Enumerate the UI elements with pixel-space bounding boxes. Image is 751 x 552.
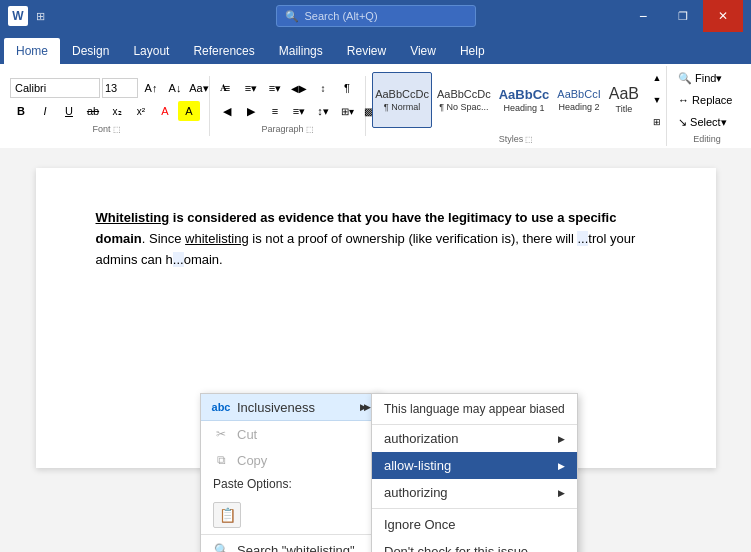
style-heading2-preview: AaBbCcI	[557, 89, 600, 100]
authorization-label: authorization	[384, 431, 458, 446]
tab-references[interactable]: References	[181, 38, 266, 64]
style-heading1-preview: AaBbCc	[499, 88, 550, 101]
close-button[interactable]: ✕	[703, 0, 743, 32]
style-normal[interactable]: AaBbCcDc ¶ Normal	[372, 72, 432, 128]
word-icon: W	[8, 6, 28, 26]
shading-button[interactable]: ⊞▾	[336, 101, 358, 121]
style-no-spacing[interactable]: AaBbCcDc ¶ No Spac...	[434, 72, 494, 128]
align-center[interactable]: ▶	[240, 101, 262, 121]
tab-help[interactable]: Help	[448, 38, 497, 64]
minimize-button[interactable]: −	[623, 0, 663, 32]
search-icon: 🔍	[213, 542, 229, 552]
style-title-label: Title	[616, 104, 633, 114]
font-expand-icon[interactable]: ⬚	[113, 125, 121, 134]
search-label: Search "whitelisting"	[237, 543, 355, 553]
sub-menu-sep1	[372, 508, 577, 509]
tab-design[interactable]: Design	[60, 38, 121, 64]
copy-label: Copy	[237, 453, 267, 468]
para-align-row: ◀ ▶ ≡ ≡▾ ↕▾ ⊞▾ ▩▾	[216, 101, 382, 121]
inclusiveness-icon: abc	[213, 399, 229, 415]
styles-row: AaBbCcDc ¶ Normal AaBbCcDc ¶ No Spac... …	[372, 68, 660, 132]
styles-group: AaBbCcDc ¶ Normal AaBbCcDc ¶ No Spac... …	[366, 66, 667, 146]
tab-layout[interactable]: Layout	[121, 38, 181, 64]
font-group-label: Font ⬚	[10, 122, 203, 134]
context-menu-search[interactable]: 🔍 Search "whitelisting"	[201, 537, 379, 552]
styles-scroll-down[interactable]: ▼	[646, 90, 668, 110]
font-name-row: A↑ A↓ Aa▾ 𝐀	[10, 78, 234, 98]
para-expand-icon[interactable]: ⬚	[306, 125, 314, 134]
numbering-button[interactable]: ≡▾	[240, 78, 262, 98]
search-placeholder: Search (Alt+Q)	[305, 10, 378, 22]
style-title-preview: AaB	[609, 86, 639, 102]
sep1	[201, 534, 379, 535]
styles-scroll-up[interactable]: ▲	[646, 68, 668, 88]
sub-menu-header: This language may appear biased	[372, 394, 577, 425]
title-bar: W ⊞ Document5 - Word 🔍 Search (Alt+Q) − …	[0, 0, 751, 32]
style-no-spacing-label: ¶ No Spac...	[439, 102, 488, 112]
replace-button[interactable]: ↔ Replace	[673, 90, 737, 110]
font-size-down[interactable]: A↓	[164, 78, 186, 98]
superscript-button[interactable]: x²	[130, 101, 152, 121]
style-normal-preview: AaBbCcDc	[375, 89, 429, 100]
style-heading1[interactable]: AaBbCc Heading 1	[496, 72, 553, 128]
multilevel-button[interactable]: ≡▾	[264, 78, 286, 98]
styles-expand-icon[interactable]: ⬚	[525, 135, 533, 144]
align-right[interactable]: ≡	[264, 101, 286, 121]
context-menu-copy[interactable]: ⧉ Copy	[201, 447, 379, 473]
paste-keep-source[interactable]: 📋	[213, 502, 241, 528]
paste-label: Paste Options:	[213, 477, 292, 491]
align-left[interactable]: ◀	[216, 101, 238, 121]
font-size-up[interactable]: A↑	[140, 78, 162, 98]
maximize-button[interactable]: ❐	[663, 0, 703, 32]
context-menu-paste: Paste Options: 📋	[201, 473, 379, 532]
change-case[interactable]: Aa▾	[188, 78, 210, 98]
font-size-input[interactable]	[102, 78, 138, 98]
style-title[interactable]: AaB Title	[606, 72, 642, 128]
title-bar-search[interactable]: 🔍 Search (Alt+Q)	[276, 5, 476, 27]
sub-menu-dont-check[interactable]: Don't check for this issue	[372, 538, 577, 552]
sub-menu-ignore-once[interactable]: Ignore Once	[372, 511, 577, 538]
font-color-button[interactable]: A	[154, 101, 176, 121]
highlight-button[interactable]: A	[178, 101, 200, 121]
style-heading2[interactable]: AaBbCcI Heading 2	[554, 72, 603, 128]
tab-mailings[interactable]: Mailings	[267, 38, 335, 64]
align-justify[interactable]: ≡▾	[288, 101, 310, 121]
editing-group-content: 🔍 Find▾ ↔ Replace ↘ Select▾	[673, 68, 741, 132]
bold-button[interactable]: B	[10, 101, 32, 121]
ignore-once-label: Ignore Once	[384, 517, 456, 532]
tab-home[interactable]: Home	[4, 38, 60, 64]
sub-menu: This language may appear biased authoriz…	[371, 393, 578, 552]
subscript-button[interactable]: x₂	[106, 101, 128, 121]
line-spacing[interactable]: ↕▾	[312, 101, 334, 121]
tab-review[interactable]: Review	[335, 38, 398, 64]
context-menu-cut[interactable]: ✂ Cut	[201, 421, 379, 447]
increase-indent[interactable]: ↕	[312, 78, 334, 98]
style-heading2-label: Heading 2	[559, 102, 600, 112]
underline-button[interactable]: U	[58, 101, 80, 121]
dont-check-label: Don't check for this issue	[384, 544, 528, 552]
select-button[interactable]: ↘ Select▾	[673, 112, 732, 132]
editing-group: 🔍 Find▾ ↔ Replace ↘ Select▾ Editing	[667, 66, 747, 146]
authorizing-arrow: ▶	[558, 488, 565, 498]
find-button[interactable]: 🔍 Find▾	[673, 68, 727, 88]
sub-menu-allow-listing[interactable]: allow-listing ▶	[372, 452, 577, 479]
show-formatting[interactable]: ¶	[336, 78, 358, 98]
title-bar-left: W ⊞	[8, 6, 45, 26]
para-list-row: ≡ ≡▾ ≡▾ ◀▶ ↕ ¶	[216, 78, 382, 98]
italic-button[interactable]: I	[34, 101, 56, 121]
font-group: A↑ A↓ Aa▾ 𝐀 B I U ab x₂ x² A A	[4, 76, 210, 136]
strikethrough-button[interactable]: ab	[82, 101, 104, 121]
document-area: Whitelisting is considered as evidence t…	[0, 148, 751, 552]
style-heading1-label: Heading 1	[504, 103, 545, 113]
sub-menu-authorizing[interactable]: authorizing ▶	[372, 479, 577, 506]
paste-options-row: 📋	[213, 502, 241, 528]
sub-menu-authorization[interactable]: authorization ▶	[372, 425, 577, 452]
bullets-button[interactable]: ≡	[216, 78, 238, 98]
decrease-indent[interactable]: ◀▶	[288, 78, 310, 98]
tab-view[interactable]: View	[398, 38, 448, 64]
inclusiveness-label: Inclusiveness	[237, 400, 315, 415]
context-menu-inclusiveness[interactable]: abc Inclusiveness ▶	[201, 394, 379, 421]
allow-listing-arrow: ▶	[558, 461, 565, 471]
font-name-input[interactable]	[10, 78, 100, 98]
styles-more[interactable]: ⊞	[646, 112, 668, 132]
